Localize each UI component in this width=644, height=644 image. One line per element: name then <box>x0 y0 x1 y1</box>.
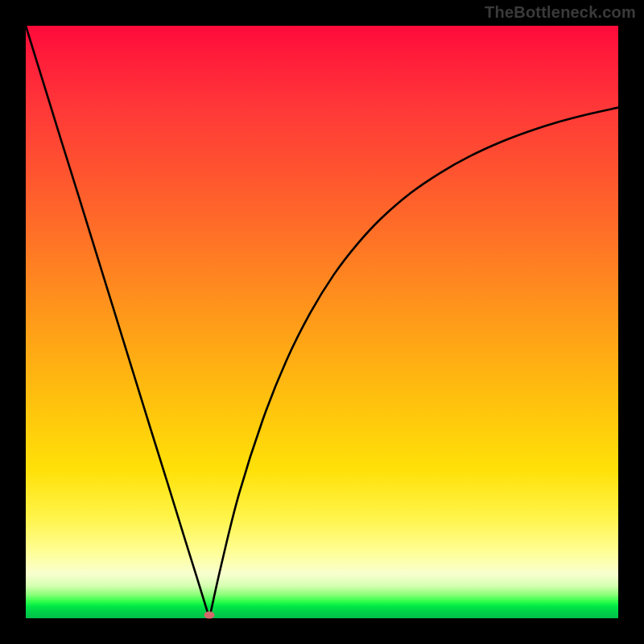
watermark-text: TheBottleneck.com <box>485 3 636 22</box>
curve-right-branch <box>209 108 618 618</box>
plot-area <box>26 26 618 618</box>
curve-left-branch <box>26 26 209 618</box>
curve-layer <box>26 26 618 618</box>
min-marker-dot <box>204 611 215 618</box>
chart-frame: TheBottleneck.com <box>0 0 644 644</box>
